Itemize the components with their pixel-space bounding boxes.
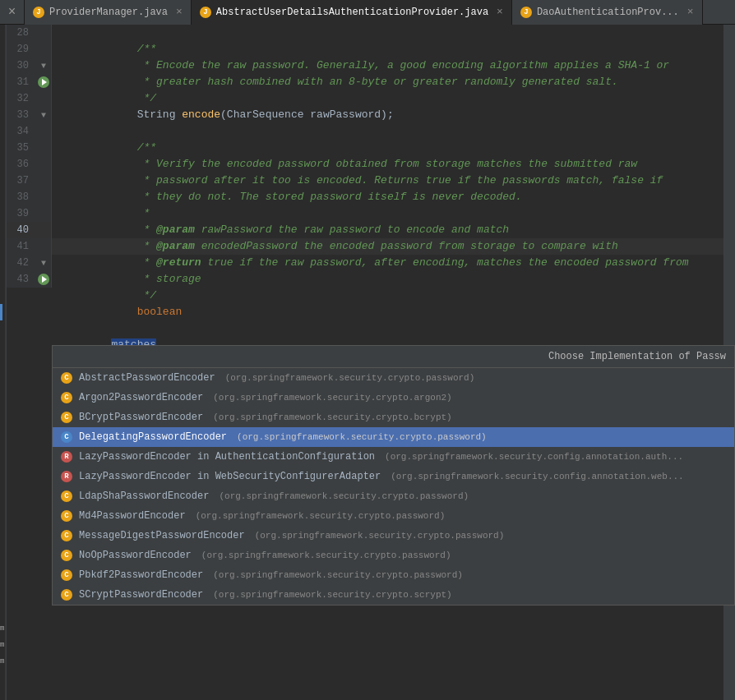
ac-icon-11: C	[61, 569, 72, 581]
line-gutter-32: 32	[7, 90, 51, 107]
ac-name-10: NoOpPasswordEncoder	[79, 550, 192, 561]
ac-icon-1: C	[61, 372, 72, 384]
ac-name-2: Argon2PasswordEncoder	[79, 392, 203, 403]
code-line-33: /**	[52, 123, 723, 140]
autocomplete-item-7[interactable]: C LdapShaPasswordEncoder (org.springfram…	[53, 486, 734, 506]
line-gutter-33: 33 ▼	[7, 107, 51, 123]
line-num-39: 39	[7, 208, 35, 219]
ac-icon-9: C	[61, 530, 72, 541]
line-icons-42: ▼	[35, 259, 52, 268]
tab-label-1: ProviderManager.java	[49, 7, 168, 18]
ac-pkg-9: (org.springframework.security.crypto.pas…	[255, 531, 505, 541]
ac-name-4: DelegatingPasswordEncoder	[79, 431, 227, 443]
tab-close-all[interactable]: ×	[0, 0, 25, 25]
autocomplete-item-1[interactable]: C AbstractPasswordEncoder (org.springfra…	[53, 368, 734, 388]
tab-label-3: DaoAuthenticationProv...	[537, 7, 679, 18]
autocomplete-item-5[interactable]: R LazyPasswordEncoder in AuthenticationC…	[53, 447, 734, 467]
line-icons-30: ▼	[35, 62, 52, 71]
line-gutter-29: 29	[7, 41, 51, 58]
autocomplete-item-9[interactable]: C MessageDigestPasswordEncoder (org.spri…	[53, 526, 734, 546]
line-gutter-42: 42 ▼	[7, 255, 51, 271]
autocomplete-item-6[interactable]: R LazyPasswordEncoder in WebSecurityConf…	[53, 467, 734, 486]
ac-icon-3: C	[61, 412, 72, 423]
autocomplete-title: Choose Implementation of Passw	[548, 351, 726, 362]
fold-icon-33[interactable]: ▼	[41, 111, 46, 120]
run-button-31[interactable]	[38, 76, 49, 88]
line-icons-31	[35, 76, 52, 88]
line-num-38: 38	[7, 191, 35, 203]
tab-close-3[interactable]: ×	[687, 7, 694, 17]
code-panel: 28 29 30 ▼ 31	[7, 25, 735, 700]
line-gutter-31: 31	[7, 74, 51, 90]
line-num-30: 30	[7, 60, 35, 71]
fold-icon-30[interactable]: ▼	[41, 62, 46, 71]
ac-pkg-8: (org.springframework.security.crypto.pas…	[196, 511, 446, 521]
line-num-35: 35	[7, 142, 35, 154]
ac-pkg-5: (org.springframework.security.config.ann…	[385, 452, 683, 462]
line-gutter-35: 35	[7, 140, 51, 156]
line-gutter-41: 41	[7, 238, 51, 255]
autocomplete-item-2[interactable]: C Argon2PasswordEncoder (org.springframe…	[53, 388, 734, 408]
line-num-29: 29	[7, 44, 35, 55]
autocomplete-item-12[interactable]: C SCryptPasswordEncoder (org.springframe…	[53, 585, 734, 605]
ac-pkg-12: (org.springframework.security.crypto.scr…	[213, 590, 451, 600]
tab-abstract-user-details[interactable]: J AbstractUserDetailsAuthenticationProvi…	[192, 0, 512, 25]
ac-name-12: SCryptPasswordEncoder	[79, 589, 203, 601]
line-num-28: 28	[7, 27, 35, 39]
ac-icon-8: C	[61, 510, 72, 522]
ac-icon-4: C	[61, 431, 72, 443]
ac-name-9: MessageDigestPasswordEncoder	[79, 530, 245, 541]
line-gutter-38: 38	[7, 189, 51, 205]
tab-close-2[interactable]: ×	[497, 7, 503, 17]
line-num-41: 41	[7, 241, 35, 252]
line-gutter-28: 28	[7, 25, 51, 41]
ac-pkg-4: (org.springframework.security.crypto.pas…	[237, 432, 487, 442]
ac-pkg-1: (org.springframework.security.crypto.pas…	[225, 373, 475, 383]
ac-icon-6: R	[61, 471, 72, 482]
ac-pkg-11: (org.springframework.security.crypto.pas…	[213, 570, 463, 580]
autocomplete-dropdown: Choose Implementation of Passw C Abstrac…	[52, 345, 735, 606]
line-num-32: 32	[7, 93, 35, 104]
ac-icon-2: C	[61, 392, 72, 403]
tab-icon-2: J	[200, 7, 211, 18]
line-gutter-37: 37	[7, 173, 51, 189]
ac-name-11: Pbkdf2PasswordEncoder	[79, 569, 203, 581]
line-gutter-39: 39	[7, 205, 51, 222]
editor-area: m m m 28 29 30 ▼ 3	[0, 25, 735, 700]
autocomplete-item-10[interactable]: C NoOpPasswordEncoder (org.springframewo…	[53, 546, 734, 565]
autocomplete-header: Choose Implementation of Passw	[53, 346, 734, 368]
tab-dao-auth[interactable]: J DaoAuthenticationProv... ×	[512, 0, 703, 25]
ac-icon-10: C	[61, 550, 72, 561]
ac-name-3: BCryptPasswordEncoder	[79, 412, 203, 423]
code-line-28: /**	[52, 25, 723, 41]
tab-provider-manager[interactable]: J ProviderManager.java ×	[25, 0, 192, 25]
line-num-31: 31	[7, 76, 35, 88]
tab-label-2: AbstractUserDetailsAuthenticationProvide…	[216, 7, 488, 18]
ac-pkg-6: (org.springframework.security.config.ann…	[391, 472, 683, 481]
line-icons-33: ▼	[35, 111, 52, 120]
autocomplete-item-11[interactable]: C Pbkdf2PasswordEncoder (org.springframe…	[53, 565, 734, 585]
line-num-37: 37	[7, 175, 35, 187]
ac-icon-12: C	[61, 589, 72, 601]
autocomplete-item-4[interactable]: C DelegatingPasswordEncoder (org.springf…	[53, 427, 734, 447]
line-icons-43	[35, 274, 52, 285]
line-gutter-34: 34	[7, 123, 51, 140]
autocomplete-item-8[interactable]: C Md4PasswordEncoder (org.springframewor…	[53, 506, 734, 526]
fold-icon-42[interactable]: ▼	[41, 259, 46, 268]
ac-name-8: Md4PasswordEncoder	[79, 510, 186, 522]
line-num-43: 43	[7, 274, 35, 285]
ac-pkg-3: (org.springframework.security.crypto.bcr…	[213, 412, 451, 422]
line-gutter-30: 30 ▼	[7, 58, 51, 74]
line-gutter-36: 36	[7, 156, 51, 173]
ac-icon-5: R	[61, 451, 72, 463]
ac-pkg-10: (org.springframework.security.crypto.pas…	[201, 550, 451, 560]
run-button-43[interactable]	[38, 274, 49, 285]
ac-name-5: LazyPasswordEncoder in AuthenticationCon…	[79, 451, 375, 463]
run-arrow-31	[42, 79, 47, 85]
tab-close-1[interactable]: ×	[176, 7, 183, 17]
line-num-42: 42	[7, 257, 35, 269]
line-gutter-43: 43	[7, 271, 51, 288]
autocomplete-item-3[interactable]: C BCryptPasswordEncoder (org.springframe…	[53, 408, 734, 427]
tab-bar: × J ProviderManager.java × J AbstractUse…	[0, 0, 735, 25]
line-gutter-40: 40	[7, 222, 51, 238]
